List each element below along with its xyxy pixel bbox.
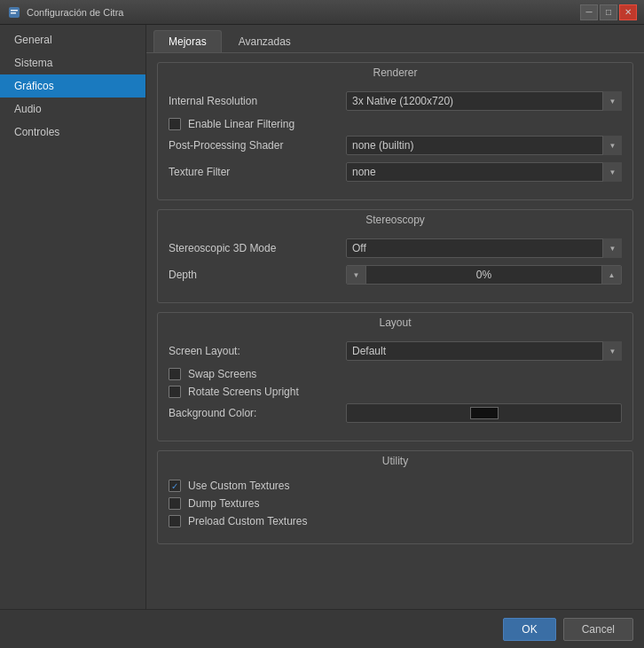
post-processing-row: Post-Processing Shader none (builtin) ▼: [169, 136, 622, 155]
internal-resolution-select-wrapper: 3x Native (1200x720) 1x Native (400x240)…: [346, 91, 622, 111]
ok-button[interactable]: OK: [503, 618, 555, 641]
stereoscopy-section-title: Stereoscopy: [158, 209, 632, 230]
use-custom-textures-row[interactable]: Use Custom Textures: [169, 480, 622, 492]
depth-increase-button[interactable]: ▲: [601, 266, 621, 284]
stereoscopic-mode-row: Stereoscopic 3D Mode Off Side by Side An…: [169, 238, 622, 258]
renderer-section: Renderer Internal Resolution 3x Native (…: [157, 62, 633, 200]
tab-mejoras[interactable]: Mejoras: [153, 30, 222, 52]
screen-layout-label: Screen Layout:: [169, 345, 346, 357]
stereoscopy-section: Stereoscopy Stereoscopic 3D Mode Off Sid…: [157, 209, 633, 303]
sidebar-item-general[interactable]: General: [0, 28, 145, 51]
background-color-label: Background Color:: [169, 407, 346, 419]
rotate-screens-checkbox[interactable]: [169, 386, 181, 398]
main-container: General Sistema Gráficos Audio Controles…: [0, 25, 644, 609]
linear-filtering-label: Enable Linear Filtering: [188, 118, 295, 130]
layout-section-title: Layout: [158, 312, 632, 333]
depth-decrease-button[interactable]: ▼: [347, 266, 366, 284]
use-custom-textures-label: Use Custom Textures: [188, 480, 290, 492]
screen-layout-control: Default Single Screen Large Screen Side …: [346, 341, 622, 361]
swap-screens-checkbox[interactable]: [169, 368, 181, 380]
texture-filter-select-wrapper: none ▼: [346, 162, 622, 182]
content-area: Mejoras Avanzadas Renderer Internal Reso…: [146, 25, 644, 609]
content-scroll[interactable]: Renderer Internal Resolution 3x Native (…: [146, 53, 644, 609]
rotate-screens-label: Rotate Screens Upright: [188, 386, 299, 398]
utility-section: Utility Use Custom Textures Dump Texture…: [157, 450, 633, 544]
dump-textures-label: Dump Textures: [188, 497, 259, 510]
internal-resolution-control: 3x Native (1200x720) 1x Native (400x240)…: [346, 91, 622, 111]
layout-section-content: Screen Layout: Default Single Screen Lar…: [158, 334, 632, 441]
screen-layout-row: Screen Layout: Default Single Screen Lar…: [169, 341, 622, 361]
renderer-section-title: Renderer: [158, 62, 632, 83]
depth-control: ▼ 0% ▲: [346, 265, 622, 285]
tab-bar: Mejoras Avanzadas: [146, 25, 644, 53]
sidebar-item-graficos[interactable]: Gráficos: [0, 74, 145, 98]
depth-value: 0%: [366, 266, 601, 284]
close-button[interactable]: ✕: [619, 4, 637, 20]
window-controls: ─ □ ✕: [580, 4, 637, 20]
depth-select: ▼ 0% ▲: [346, 265, 622, 285]
background-color-swatch[interactable]: [470, 407, 499, 419]
texture-filter-select[interactable]: none: [346, 162, 622, 182]
utility-section-content: Use Custom Textures Dump Textures Preloa…: [158, 472, 632, 543]
depth-row: Depth ▼ 0% ▲: [169, 265, 622, 285]
sidebar-item-controles[interactable]: Controles: [0, 121, 145, 144]
rotate-screens-row[interactable]: Rotate Screens Upright: [169, 386, 622, 398]
dump-textures-checkbox[interactable]: [169, 497, 181, 510]
stereoscopic-mode-control: Off Side by Side Anaglyph ▼: [346, 238, 622, 258]
texture-filter-label: Texture Filter: [169, 166, 346, 178]
renderer-section-content: Internal Resolution 3x Native (1200x720)…: [158, 84, 632, 199]
sidebar-item-sistema[interactable]: Sistema: [0, 51, 145, 74]
background-color-swatch-container[interactable]: [346, 403, 622, 423]
screen-layout-select[interactable]: Default Single Screen Large Screen Side …: [346, 341, 622, 361]
texture-filter-row: Texture Filter none ▼: [169, 162, 622, 182]
utility-section-title: Utility: [158, 450, 632, 472]
bottom-bar: OK Cancel: [0, 609, 644, 648]
internal-resolution-row: Internal Resolution 3x Native (1200x720)…: [169, 91, 622, 111]
stereoscopic-mode-label: Stereoscopic 3D Mode: [169, 242, 346, 254]
sidebar: General Sistema Gráficos Audio Controles: [0, 25, 146, 609]
post-processing-control: none (builtin) ▼: [346, 136, 622, 155]
screen-layout-select-wrapper: Default Single Screen Large Screen Side …: [346, 341, 622, 361]
background-color-control: [346, 403, 622, 423]
svg-rect-2: [11, 12, 16, 14]
dump-textures-row[interactable]: Dump Textures: [169, 497, 622, 510]
maximize-button[interactable]: □: [600, 4, 617, 20]
depth-label: Depth: [169, 269, 346, 281]
preload-custom-textures-checkbox[interactable]: [169, 515, 181, 527]
post-processing-select-wrapper: none (builtin) ▼: [346, 136, 622, 155]
internal-resolution-select[interactable]: 3x Native (1200x720) 1x Native (400x240)…: [346, 91, 622, 111]
stereoscopic-mode-select-wrapper: Off Side by Side Anaglyph ▼: [346, 238, 622, 258]
preload-custom-textures-row[interactable]: Preload Custom Textures: [169, 515, 622, 527]
swap-screens-label: Swap Screens: [188, 368, 256, 380]
texture-filter-control: none ▼: [346, 162, 622, 182]
cancel-button[interactable]: Cancel: [563, 618, 633, 641]
preload-custom-textures-label: Preload Custom Textures: [188, 515, 308, 527]
swap-screens-row[interactable]: Swap Screens: [169, 368, 622, 380]
app-icon: [7, 5, 21, 20]
linear-filtering-checkbox[interactable]: [169, 118, 181, 130]
svg-rect-1: [11, 10, 18, 12]
use-custom-textures-checkbox[interactable]: [169, 480, 181, 492]
window-title: Configuración de Citra: [27, 7, 580, 18]
titlebar: Configuración de Citra ─ □ ✕: [0, 0, 644, 25]
background-color-row: Background Color:: [169, 403, 622, 423]
internal-resolution-label: Internal Resolution: [169, 95, 346, 107]
post-processing-label: Post-Processing Shader: [169, 139, 346, 152]
stereoscopy-section-content: Stereoscopic 3D Mode Off Side by Side An…: [158, 231, 632, 302]
tab-avanzadas[interactable]: Avanzadas: [224, 30, 306, 52]
minimize-button[interactable]: ─: [580, 4, 598, 20]
post-processing-select[interactable]: none (builtin): [346, 136, 622, 155]
layout-section: Layout Screen Layout: Default Single Scr…: [157, 312, 633, 441]
linear-filtering-row[interactable]: Enable Linear Filtering: [169, 118, 622, 130]
sidebar-item-audio[interactable]: Audio: [0, 98, 145, 121]
stereoscopic-mode-select[interactable]: Off Side by Side Anaglyph: [346, 238, 622, 258]
